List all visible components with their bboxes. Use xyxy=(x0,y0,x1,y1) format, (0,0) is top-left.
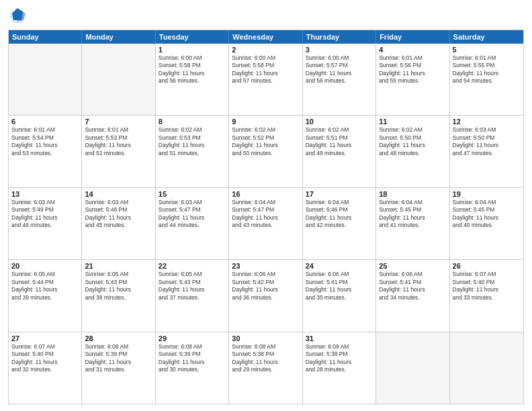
cell-line-0: Sunrise: 6:03 AM xyxy=(11,199,79,206)
day-cell-14: 14Sunrise: 6:03 AMSunset: 5:48 PMDayligh… xyxy=(82,188,155,259)
day-number: 5 xyxy=(453,46,521,54)
day-cell-27: 27Sunrise: 6:07 AMSunset: 5:40 PMDayligh… xyxy=(9,332,82,404)
cell-line-3: and 48 minutes. xyxy=(379,150,446,157)
cell-line-0: Sunrise: 6:04 AM xyxy=(379,199,446,206)
header-day-sunday: Sunday xyxy=(9,30,82,44)
cell-line-0: Sunrise: 6:06 AM xyxy=(379,271,446,278)
cell-line-0: Sunrise: 6:04 AM xyxy=(232,199,299,206)
day-cell-1: 1Sunrise: 6:00 AMSunset: 5:58 PMDaylight… xyxy=(156,44,229,115)
day-number: 31 xyxy=(306,334,373,342)
cell-line-2: Daylight: 11 hours xyxy=(11,142,79,149)
cell-line-1: Sunset: 5:57 PM xyxy=(306,62,373,69)
cell-line-1: Sunset: 5:38 PM xyxy=(232,351,299,358)
day-cell-7: 7Sunrise: 6:01 AMSunset: 5:53 PMDaylight… xyxy=(82,116,155,187)
cell-line-3: and 37 minutes. xyxy=(159,294,226,302)
cell-line-2: Daylight: 11 hours xyxy=(379,142,446,149)
day-cell-16: 16Sunrise: 6:04 AMSunset: 5:47 PMDayligh… xyxy=(229,188,302,259)
cell-line-1: Sunset: 5:53 PM xyxy=(159,134,226,142)
cell-line-1: Sunset: 5:41 PM xyxy=(379,279,446,286)
cell-line-1: Sunset: 5:53 PM xyxy=(85,134,152,142)
week-row-4: 27Sunrise: 6:07 AMSunset: 5:40 PMDayligh… xyxy=(9,332,523,404)
cell-line-3: and 46 minutes. xyxy=(11,222,79,229)
cell-line-2: Daylight: 11 hours xyxy=(232,286,299,293)
cell-line-3: and 40 minutes. xyxy=(453,222,521,229)
day-number: 11 xyxy=(379,118,446,126)
cell-line-3: and 45 minutes. xyxy=(85,222,152,229)
header-day-thursday: Thursday xyxy=(303,30,376,44)
day-number: 19 xyxy=(453,190,521,198)
day-cell-21: 21Sunrise: 6:05 AMSunset: 5:43 PMDayligh… xyxy=(82,260,155,331)
cell-line-3: and 41 minutes. xyxy=(379,222,446,229)
day-number: 16 xyxy=(232,190,299,198)
cell-line-3: and 54 minutes. xyxy=(453,77,521,85)
day-number: 1 xyxy=(159,46,226,54)
week-row-0: 1Sunrise: 6:00 AMSunset: 5:58 PMDaylight… xyxy=(9,44,523,115)
cell-line-2: Daylight: 11 hours xyxy=(159,70,226,77)
cell-line-3: and 57 minutes. xyxy=(232,77,299,85)
cell-line-0: Sunrise: 6:06 AM xyxy=(232,271,299,278)
empty-cell xyxy=(82,44,155,115)
cell-line-2: Daylight: 11 hours xyxy=(232,142,299,149)
cell-line-0: Sunrise: 6:05 AM xyxy=(85,271,152,278)
day-number: 28 xyxy=(85,334,152,342)
cell-line-0: Sunrise: 6:02 AM xyxy=(379,126,446,134)
logo-icon xyxy=(8,7,27,26)
day-cell-23: 23Sunrise: 6:06 AMSunset: 5:42 PMDayligh… xyxy=(229,260,302,331)
cell-line-2: Daylight: 11 hours xyxy=(306,359,373,366)
day-cell-11: 11Sunrise: 6:02 AMSunset: 5:50 PMDayligh… xyxy=(376,116,449,187)
day-number: 12 xyxy=(453,118,521,126)
day-number: 8 xyxy=(159,118,226,126)
cell-line-3: and 52 minutes. xyxy=(85,150,152,157)
cell-line-3: and 36 minutes. xyxy=(232,294,299,302)
cell-line-0: Sunrise: 6:00 AM xyxy=(159,54,226,62)
day-cell-5: 5Sunrise: 6:01 AMSunset: 5:55 PMDaylight… xyxy=(450,44,523,115)
cell-line-0: Sunrise: 6:03 AM xyxy=(159,199,226,206)
cell-line-1: Sunset: 5:39 PM xyxy=(159,351,226,358)
cell-line-3: and 42 minutes. xyxy=(306,222,373,229)
cell-line-2: Daylight: 11 hours xyxy=(453,70,521,77)
empty-cell xyxy=(450,332,523,404)
day-cell-28: 28Sunrise: 6:08 AMSunset: 5:39 PMDayligh… xyxy=(82,332,155,404)
cell-line-2: Daylight: 11 hours xyxy=(232,214,299,222)
cell-line-1: Sunset: 5:40 PM xyxy=(11,351,79,358)
cell-line-0: Sunrise: 6:02 AM xyxy=(159,126,226,134)
day-number: 24 xyxy=(306,262,373,270)
day-number: 26 xyxy=(453,262,521,270)
cell-line-0: Sunrise: 6:05 AM xyxy=(11,271,79,278)
cell-line-2: Daylight: 11 hours xyxy=(85,214,152,222)
cell-line-3: and 33 minutes. xyxy=(453,294,521,302)
cell-line-3: and 50 minutes. xyxy=(232,150,299,157)
day-cell-6: 6Sunrise: 6:01 AMSunset: 5:54 PMDaylight… xyxy=(9,116,82,187)
cell-line-3: and 55 minutes. xyxy=(379,77,446,85)
day-number: 10 xyxy=(306,118,373,126)
day-number: 7 xyxy=(85,118,152,126)
cell-line-1: Sunset: 5:46 PM xyxy=(306,206,373,214)
cell-line-1: Sunset: 5:49 PM xyxy=(11,206,79,214)
day-cell-18: 18Sunrise: 6:04 AMSunset: 5:45 PMDayligh… xyxy=(376,188,449,259)
svg-marker-2 xyxy=(12,8,23,20)
cell-line-0: Sunrise: 6:03 AM xyxy=(453,126,521,134)
cell-line-2: Daylight: 11 hours xyxy=(11,359,79,366)
cell-line-0: Sunrise: 6:08 AM xyxy=(232,343,299,351)
cell-line-1: Sunset: 5:48 PM xyxy=(85,206,152,214)
cell-line-0: Sunrise: 6:01 AM xyxy=(453,54,521,62)
cell-line-2: Daylight: 11 hours xyxy=(379,214,446,222)
cell-line-1: Sunset: 5:54 PM xyxy=(11,134,79,142)
cell-line-2: Daylight: 11 hours xyxy=(11,214,79,222)
cell-line-0: Sunrise: 6:04 AM xyxy=(453,199,521,206)
cell-line-2: Daylight: 11 hours xyxy=(453,214,521,222)
cell-line-0: Sunrise: 6:07 AM xyxy=(453,271,521,278)
cell-line-2: Daylight: 11 hours xyxy=(453,286,521,293)
cell-line-1: Sunset: 5:47 PM xyxy=(159,206,226,214)
day-cell-26: 26Sunrise: 6:07 AMSunset: 5:40 PMDayligh… xyxy=(450,260,523,331)
day-number: 6 xyxy=(11,118,79,126)
header xyxy=(8,7,524,26)
cell-line-1: Sunset: 5:58 PM xyxy=(159,62,226,69)
page: SundayMondayTuesdayWednesdayThursdayFrid… xyxy=(0,0,532,411)
cell-line-3: and 38 minutes. xyxy=(85,294,152,302)
cell-line-3: and 47 minutes. xyxy=(453,150,521,157)
cell-line-2: Daylight: 11 hours xyxy=(306,70,373,77)
cell-line-3: and 28 minutes. xyxy=(306,366,373,373)
day-number: 29 xyxy=(159,334,226,342)
day-number: 9 xyxy=(232,118,299,126)
